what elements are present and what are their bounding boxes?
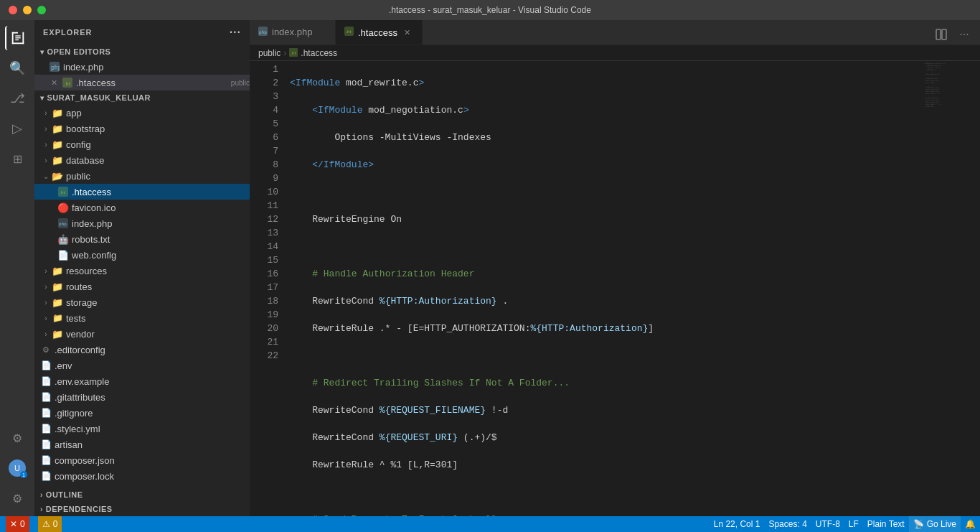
explorer-icon[interactable] xyxy=(5,26,29,50)
folder-app[interactable]: › 📁 app xyxy=(34,105,250,121)
breadcrumb-htaccess[interactable]: .htaccess xyxy=(301,48,337,58)
eol-text: LF xyxy=(849,519,859,529)
tab-php-icon: php xyxy=(258,27,268,38)
folder-resources[interactable]: › 📁 resources xyxy=(34,263,250,279)
status-left: ✕ 0 ⚠ 0 xyxy=(0,516,62,532)
htaccess-tree-icon: .ht xyxy=(57,186,69,197)
error-icon: ✕ xyxy=(10,519,17,529)
tab-htaccess[interactable]: .ht .htaccess ✕ xyxy=(336,20,423,45)
gitignore-icon: 📄 xyxy=(40,407,52,419)
minimap-content: <IfModule mod_rewrite.c> <IfModule mod_n… xyxy=(923,61,980,109)
breadcrumb: public › .ht .htaccess xyxy=(250,45,980,61)
composer-json-icon: 📄 xyxy=(40,454,52,466)
breadcrumb-public[interactable]: public xyxy=(258,48,281,58)
code-line-11 xyxy=(290,349,923,363)
code-line-2: <IfModule mod_negotiation.c> xyxy=(290,103,923,117)
open-editor-index-php[interactable]: php index.php xyxy=(34,59,250,75)
code-editor[interactable]: 1 2 3 4 5 6 7 8 9 10 11 12 13 14 15 16 1… xyxy=(250,61,980,516)
breadcrumb-file-icon: .ht xyxy=(289,48,298,58)
status-spaces[interactable]: Spaces: 4 xyxy=(764,516,811,532)
folder-storage[interactable]: › 📁 storage xyxy=(34,294,250,310)
sidebar-header: Explorer ··· xyxy=(34,20,250,45)
svg-rect-5 xyxy=(15,37,20,38)
dependencies-section[interactable]: › DEPENDENCIES xyxy=(34,502,250,516)
settings-icon[interactable]: ⚙ xyxy=(5,486,29,510)
file-env-example[interactable]: 📄 .env.example xyxy=(34,373,250,389)
status-golive[interactable]: 📡 Go Live xyxy=(909,516,961,532)
folder-routes-icon: 📁 xyxy=(52,281,63,292)
status-errors[interactable]: ✕ 0 xyxy=(6,516,29,532)
editorconfig-icon: ⚙ xyxy=(40,344,52,355)
code-line-14: RewriteCond %{REQUEST_URI} (.+)/$ xyxy=(290,431,923,444)
code-line-4: </IfModule> xyxy=(290,158,923,172)
webconfig-icon: 📄 xyxy=(57,249,69,261)
folder-vendor[interactable]: › 📁 vendor xyxy=(34,326,250,342)
status-language[interactable]: Plain Text xyxy=(863,516,909,532)
code-line-9: RewriteCond %{HTTP:Authorization} . xyxy=(290,294,923,308)
more-actions-icon[interactable]: ··· xyxy=(954,24,974,45)
minimize-button[interactable] xyxy=(23,6,32,14)
status-encoding[interactable]: UTF-8 xyxy=(811,516,844,532)
encoding-text: UTF-8 xyxy=(816,519,840,529)
folder-tests[interactable]: › 📁 tests xyxy=(34,310,250,326)
close-editor-icon[interactable]: ✕ xyxy=(49,78,59,88)
env-icon: 📄 xyxy=(40,360,52,371)
file-gitignore[interactable]: 📄 .gitignore xyxy=(34,405,250,421)
file-composer-json[interactable]: 📄 composer.json xyxy=(34,452,250,468)
outline-section[interactable]: › OUTLINE xyxy=(34,487,250,502)
file-artisan[interactable]: 📄 artisan xyxy=(34,437,250,452)
avatar-icon[interactable]: U 1 xyxy=(5,456,29,480)
tab-index-php-label: index.php xyxy=(272,27,312,37)
folder-public-icon: 📂 xyxy=(52,170,63,182)
svg-rect-1 xyxy=(12,32,14,45)
minimap: <IfModule mod_rewrite.c> <IfModule mod_n… xyxy=(923,61,980,516)
editor-area: php index.php .ht .htaccess ✕ ··· xyxy=(250,20,980,516)
folder-bootstrap[interactable]: › 📁 bootstrap xyxy=(34,121,250,136)
status-notifications[interactable]: 🔔 xyxy=(961,516,980,532)
file-styleci[interactable]: 📄 .styleci.yml xyxy=(34,421,250,437)
file-htaccess[interactable]: .ht .htaccess xyxy=(34,184,250,200)
titlebar: .htaccess - surat_masuk_keluar - Visual … xyxy=(0,0,980,20)
file-public-index-php[interactable]: php index.php xyxy=(34,215,250,231)
bell-icon: 🔔 xyxy=(965,519,976,529)
tab-index-php[interactable]: php index.php xyxy=(250,20,336,45)
open-editor-htaccess[interactable]: ✕ .ht .htaccess public xyxy=(34,75,250,90)
folder-routes[interactable]: › 📁 routes xyxy=(34,279,250,294)
status-eol[interactable]: LF xyxy=(844,516,863,532)
artisan-icon: 📄 xyxy=(40,439,52,450)
status-position[interactable]: Ln 22, Col 1 xyxy=(710,516,765,532)
folder-database[interactable]: › 📁 database xyxy=(34,152,250,168)
folder-resources-icon: 📁 xyxy=(52,265,63,276)
folder-config[interactable]: › 📁 config xyxy=(34,136,250,152)
extensions-icon[interactable]: ⊞ xyxy=(5,146,29,171)
breadcrumb-separator: › xyxy=(283,48,286,58)
run-icon[interactable]: ▷ xyxy=(5,116,29,141)
split-editor-icon[interactable] xyxy=(931,24,951,45)
close-button[interactable] xyxy=(9,6,17,14)
tab-htaccess-icon: .ht xyxy=(344,27,354,38)
folder-config-icon: 📁 xyxy=(52,139,63,150)
file-webconfig[interactable]: 📄 web.config xyxy=(34,247,250,263)
source-control-icon[interactable]: ⎇ xyxy=(5,86,29,111)
window-controls[interactable] xyxy=(9,6,46,14)
file-editorconfig[interactable]: ⚙ .editorconfig xyxy=(34,342,250,358)
sidebar-more-icon[interactable]: ··· xyxy=(230,26,241,39)
code-line-3: Options -MultiViews -Indexes xyxy=(290,131,923,144)
folder-public[interactable]: ⌄ 📂 public xyxy=(34,168,250,184)
project-section[interactable]: ▾ SURAT_MASUK_KELUAR xyxy=(34,90,250,105)
file-favicon[interactable]: 🔴 favicon.ico xyxy=(34,200,250,215)
htaccess-file-icon: .ht xyxy=(62,77,73,88)
file-composer-lock[interactable]: 📄 composer.lock xyxy=(34,468,250,484)
tab-close-icon[interactable]: ✕ xyxy=(402,27,413,38)
tab-htaccess-label: .htaccess xyxy=(358,27,397,38)
search-icon[interactable]: 🔍 xyxy=(5,56,29,80)
status-warnings[interactable]: ⚠ 0 xyxy=(38,516,62,532)
file-gitattributes[interactable]: 📄 .gitattributes xyxy=(34,389,250,405)
open-editors-section[interactable]: ▾ Open Editors xyxy=(34,45,250,59)
remote-icon[interactable]: ⚙ xyxy=(5,426,29,450)
svg-text:.ht: .ht xyxy=(63,81,71,86)
maximize-button[interactable] xyxy=(37,6,46,14)
code-content[interactable]: <IfModule mod_rewrite.c> <IfModule mod_n… xyxy=(284,61,923,516)
file-env[interactable]: 📄 .env xyxy=(34,358,250,373)
file-robots[interactable]: 🤖 robots.txt xyxy=(34,231,250,247)
